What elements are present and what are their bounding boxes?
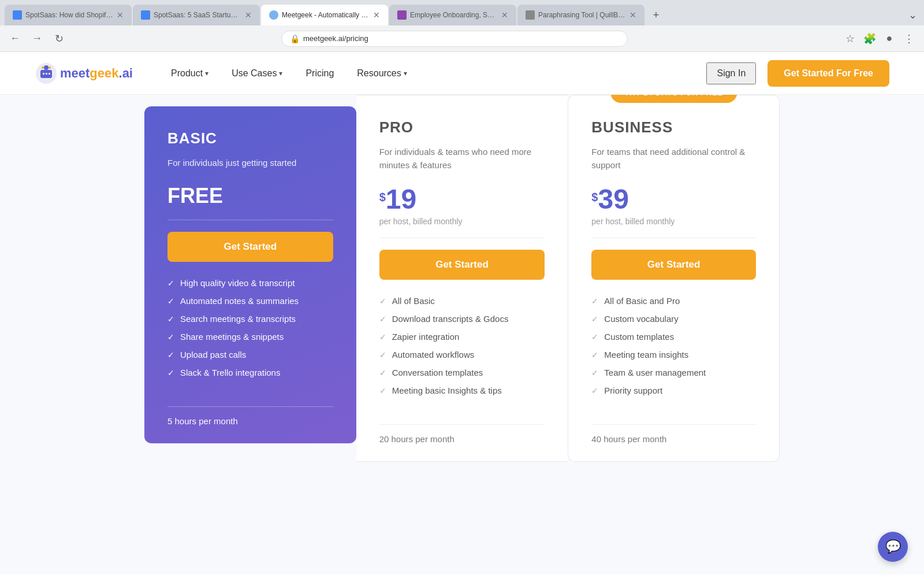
tab-close-5[interactable]: ✕ (629, 10, 636, 20)
check-icon: ✓ (591, 314, 598, 324)
forward-button[interactable]: → (29, 31, 45, 47)
plan-basic-price: FREE (167, 184, 333, 208)
tab-title-4: Employee Onboarding, SOP &... (410, 11, 498, 19)
logo-text: meetgeek.ai (60, 66, 133, 81)
feature-pro-2-text: Download transcripts & Gdocs (392, 314, 509, 324)
check-icon: ✓ (167, 297, 174, 306)
feature-pro-1: ✓ All of Basic (379, 296, 545, 306)
plan-basic-desc: For individuals just getting started (167, 157, 333, 170)
navbar: meetgeek.ai Product ▾ Use Cases ▾ Pricin… (0, 52, 924, 95)
profile-button[interactable]: ● (881, 31, 897, 47)
feature-biz-6-text: Priority support (604, 386, 662, 395)
plan-business-footer: 40 hours per month (568, 413, 779, 461)
plan-pro-billing: per host, billed monthly (379, 217, 545, 226)
plan-basic-divider (167, 220, 333, 220)
feature-biz-4-text: Meeting team insights (604, 350, 688, 360)
tab-close-2[interactable]: ✕ (245, 10, 252, 20)
plan-basic-hours: 5 hours per month (167, 416, 333, 426)
logo[interactable]: meetgeek.ai (35, 62, 133, 85)
plan-business-features: ✓ All of Basic and Pro ✓ Custom vocabula… (591, 296, 756, 395)
check-icon: ✓ (167, 368, 174, 377)
sign-in-button[interactable]: Sign In (706, 62, 756, 84)
feature-biz-1-text: All of Basic and Pro (604, 296, 680, 306)
nav-pricing-label: Pricing (305, 68, 334, 79)
plan-business-hours: 40 hours per month (591, 434, 756, 444)
check-icon: ✓ (167, 279, 174, 288)
browser-tab-4[interactable]: Employee Onboarding, SOP &... ✕ (389, 5, 516, 25)
page: meetgeek.ai Product ▾ Use Cases ▾ Pricin… (0, 52, 924, 575)
check-icon: ✓ (379, 386, 386, 395)
svg-rect-6 (46, 73, 47, 75)
feature-pro-4: ✓ Automated workflows (379, 350, 545, 360)
tab-favicon-4 (397, 10, 407, 20)
chat-icon: 💬 (885, 539, 901, 554)
extensions-button[interactable]: 🧩 (862, 31, 878, 47)
nav-links: Product ▾ Use Cases ▾ Pricing Resources … (162, 64, 707, 83)
feature-pro-5: ✓ Conversation templates (379, 368, 545, 377)
svg-point-3 (42, 66, 44, 69)
nav-resources[interactable]: Resources ▾ (348, 64, 416, 83)
plan-business-currency: $ (591, 191, 598, 203)
tab-close-3[interactable]: ✕ (373, 10, 380, 20)
feature-pro-6: ✓ Meeting basic Insights & tips (379, 386, 545, 395)
feature-biz-6: ✓ Priority support (591, 386, 756, 395)
address-bar[interactable]: 🔒 meetgeek.ai/pricing (281, 31, 628, 47)
browser-tab-3[interactable]: Meetgeek - Automatically reco... ✕ (261, 5, 388, 25)
resources-chevron-icon: ▾ (404, 69, 407, 77)
feature-basic-1-text: High quality video & transcript (180, 278, 295, 288)
nav-use-cases[interactable]: Use Cases ▾ (222, 64, 292, 83)
nav-use-cases-label: Use Cases (232, 68, 277, 79)
plan-basic-cta[interactable]: Get Started (167, 232, 333, 262)
plan-pro-currency: $ (379, 191, 386, 203)
plan-business-divider (591, 238, 756, 238)
tab-close-1[interactable]: ✕ (117, 10, 124, 20)
logo-ai: .ai (119, 66, 133, 80)
feature-basic-2-text: Automated notes & summaries (180, 296, 299, 306)
pricing-content: BASIC For individuals just getting start… (0, 95, 924, 575)
product-chevron-icon: ▾ (205, 69, 208, 77)
feature-pro-3: ✓ Zapier integration (379, 332, 545, 342)
plan-pro-features: ✓ All of Basic ✓ Download transcripts & … (379, 296, 545, 395)
plan-business-footer-divider (591, 424, 756, 425)
get-started-nav-button[interactable]: Get Started For Free (767, 60, 889, 87)
check-icon: ✓ (591, 368, 598, 377)
feature-biz-5: ✓ Team & user management (591, 368, 756, 377)
svg-rect-5 (43, 73, 44, 75)
plan-pro-cta[interactable]: Get Started (379, 250, 545, 280)
tab-favicon-5 (526, 10, 535, 20)
chat-button[interactable]: 💬 (878, 532, 908, 562)
browser-actions: ☆ 🧩 ● ⋮ (842, 31, 917, 47)
nav-product[interactable]: Product ▾ (162, 64, 218, 83)
plan-business-desc: For teams that need additional control &… (591, 146, 756, 172)
feature-pro-3-text: Zapier integration (392, 332, 460, 342)
feature-basic-2: ✓ Automated notes & summaries (167, 296, 333, 306)
browser-tab-2[interactable]: SpotSaas: 5 SaaS Startups In... ✕ (133, 5, 260, 25)
back-button[interactable]: ← (7, 31, 23, 47)
more-button[interactable]: ⋮ (901, 31, 917, 47)
plan-pro-footer-divider (379, 424, 545, 425)
tab-close-4[interactable]: ✕ (501, 10, 508, 20)
tab-menu-button[interactable]: ⌄ (906, 6, 919, 24)
reload-button[interactable]: ↻ (51, 31, 67, 47)
new-tab-button[interactable]: + (648, 7, 664, 23)
bookmark-button[interactable]: ☆ (842, 31, 858, 47)
plan-pro-body: PRO For individuals & teams who need mor… (356, 95, 568, 413)
browser-tab-5[interactable]: Paraphrasing Tool | QuillBot Al ✕ (517, 5, 644, 25)
plan-business-cta[interactable]: Get Started (591, 250, 756, 280)
tab-title-5: Paraphrasing Tool | QuillBot Al (538, 11, 626, 19)
tab-favicon-1 (13, 10, 22, 20)
svg-rect-7 (49, 73, 50, 75)
nav-pricing[interactable]: Pricing (296, 64, 343, 83)
check-icon: ✓ (167, 350, 174, 360)
feature-basic-5: ✓ Upload past calls (167, 350, 333, 360)
use-cases-chevron-icon: ▾ (279, 69, 282, 77)
feature-pro-4-text: Automated workflows (392, 350, 475, 360)
check-icon: ✓ (379, 297, 386, 306)
nav-right: Sign In Get Started For Free (706, 60, 889, 87)
plan-business-billing: per host, billed monthly (591, 217, 756, 226)
check-icon: ✓ (379, 314, 386, 324)
check-icon: ✓ (591, 386, 598, 395)
plan-pro-desc: For individuals & teams who need more mi… (379, 146, 545, 172)
browser-tab-1[interactable]: SpotSaas: How did Shopify gr... ✕ (5, 5, 132, 25)
plan-basic-footer-divider (167, 406, 333, 407)
